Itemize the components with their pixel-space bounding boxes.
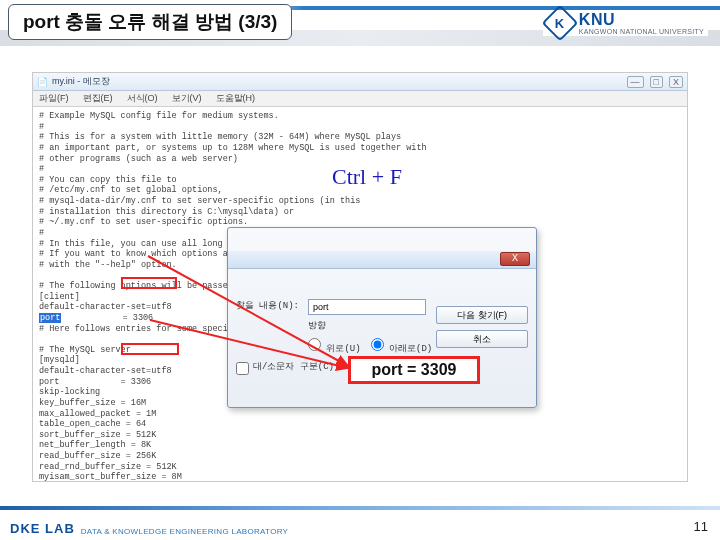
window-minimize-button[interactable]: — — [627, 76, 644, 88]
knu-emblem-icon: K — [541, 5, 578, 42]
menu-view[interactable]: 보기(V) — [172, 92, 202, 105]
slide-title: port 충돌 오류 해결 방법 (3/3) — [8, 4, 292, 40]
find-dir-down[interactable]: 아래로(D) — [371, 338, 433, 355]
find-close-button[interactable]: X — [500, 252, 530, 266]
notepad-screenshot: 📄 my.ini - 메모장 — □ X 파일(F) 편집(E) 서식(O) 보… — [32, 72, 688, 482]
app-titlebar: 📄 my.ini - 메모장 — □ X — [33, 73, 687, 91]
menu-bar: 파일(F) 편집(E) 서식(O) 보기(V) 도움말(H) — [33, 91, 687, 107]
footer-stripe — [0, 506, 720, 510]
highlighted-port: port — [39, 313, 61, 323]
menu-format[interactable]: 서식(O) — [127, 92, 158, 105]
editor-port-line: = 3306 — [61, 313, 153, 323]
knu-logo: K KNU KANGWON NATIONAL UNIVERSITY — [543, 10, 708, 36]
find-dir-up[interactable]: 위로(U) — [308, 338, 361, 355]
find-next-button[interactable]: 다음 찾기(F) — [436, 306, 528, 324]
footer-lab-title: DKE LAB — [10, 521, 75, 536]
find-cancel-button[interactable]: 취소 — [436, 330, 528, 348]
window-maximize-button[interactable]: □ — [650, 76, 663, 88]
app-icon: 📄 — [37, 77, 48, 87]
logo-text-big: KNU — [579, 12, 704, 28]
slide-footer: DKE LAB DATA & KNOWLEDGE ENGINEERING LAB… — [0, 506, 720, 540]
find-what-label: 찾을 내용(N): — [236, 301, 300, 312]
logo-text-small: KANGWON NATIONAL UNIVERSITY — [579, 28, 704, 35]
app-window-title: my.ini - 메모장 — [52, 75, 110, 88]
annotation-port-3309: port = 3309 — [348, 356, 480, 384]
menu-edit[interactable]: 편집(E) — [83, 92, 113, 105]
footer-lab-subtitle: DATA & KNOWLEDGE ENGINEERING LABORATORY — [81, 527, 288, 536]
find-what-input[interactable] — [308, 299, 426, 315]
page-number: 11 — [694, 519, 708, 534]
find-dialog-titlebar: X — [228, 251, 536, 269]
menu-file[interactable]: 파일(F) — [39, 92, 69, 105]
menu-help[interactable]: 도움말(H) — [216, 92, 256, 105]
annotation-ctrl-f: Ctrl + F — [332, 164, 402, 190]
find-direction-label: 방향 — [308, 321, 428, 332]
window-close-button[interactable]: X — [669, 76, 683, 88]
